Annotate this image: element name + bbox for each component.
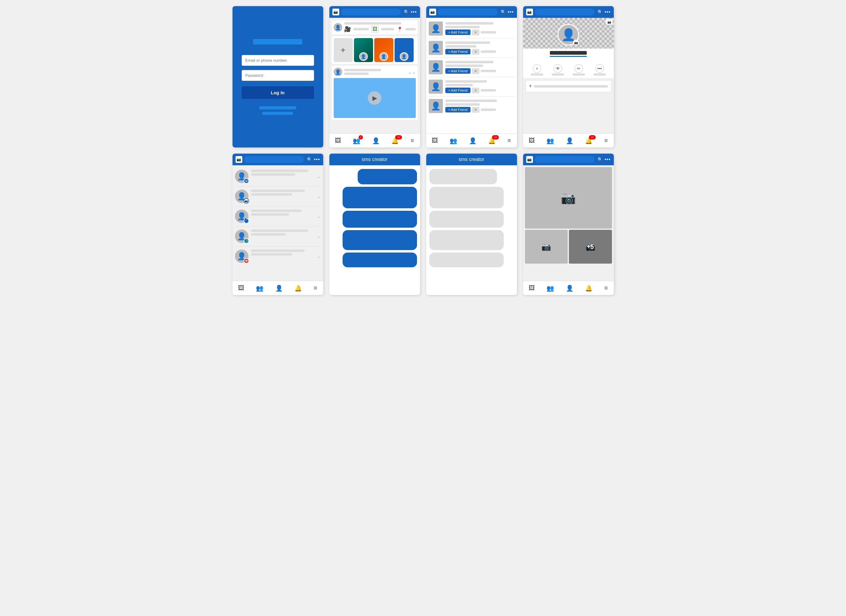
notif-text-2 bbox=[251, 189, 315, 196]
profile-add-bar[interactable]: + bbox=[525, 80, 611, 92]
notif-group-badge: 👥 bbox=[244, 238, 249, 243]
profile-nav-person-icon[interactable]: 👤 bbox=[566, 137, 574, 144]
friend-info-1: + Add Friend ✕ bbox=[445, 22, 515, 35]
friends-nav-person-icon[interactable]: 👤 bbox=[469, 137, 477, 144]
video-player[interactable]: ▶ bbox=[334, 78, 416, 118]
email-input[interactable] bbox=[242, 55, 314, 66]
nav-bell-icon[interactable]: 🔔10 bbox=[391, 137, 399, 144]
post-chevron[interactable]: ⌄ bbox=[408, 69, 416, 75]
profile-avatar-camera-icon[interactable]: 📷 bbox=[573, 39, 579, 45]
notif-search-icon[interactable]: 🔍 bbox=[307, 157, 312, 162]
friend-row-5: 👤 + Add Friend ✕ bbox=[429, 98, 515, 114]
remove-btn-2[interactable]: ✕ bbox=[472, 49, 480, 55]
friends-camera-icon[interactable]: 📷 bbox=[429, 9, 436, 15]
notif-nav-bell-icon[interactable]: 🔔 bbox=[294, 285, 302, 292]
action-bar bbox=[481, 31, 496, 34]
profile-search-icon[interactable]: 🔍 bbox=[597, 10, 603, 15]
photo-nav-people-icon[interactable]: 👥 bbox=[546, 285, 554, 292]
photo-search-box[interactable] bbox=[535, 156, 594, 163]
notif-nav-menu-icon[interactable]: ≡ bbox=[314, 285, 317, 292]
top-bar-search-box[interactable] bbox=[341, 9, 401, 15]
photo-nav-menu-icon[interactable]: ≡ bbox=[604, 285, 608, 292]
profile-nav-menu-icon[interactable]: ≡ bbox=[604, 137, 608, 144]
photo-nav-bell-icon[interactable]: 🔔 bbox=[585, 285, 593, 292]
notif-search-box[interactable] bbox=[244, 156, 304, 163]
add-friend-btn-3[interactable]: + Add Friend bbox=[445, 68, 471, 74]
password-input[interactable] bbox=[242, 70, 314, 81]
add-friend-btn-1[interactable]: + Add Friend bbox=[445, 29, 471, 35]
action-bar-4 bbox=[481, 89, 496, 92]
story-2[interactable]: 👤 bbox=[374, 38, 393, 62]
remove-btn-1[interactable]: ✕ bbox=[472, 29, 480, 35]
remove-btn-3[interactable]: ✕ bbox=[472, 68, 480, 74]
notif-sep-3 bbox=[235, 226, 321, 226]
more-icon[interactable]: ••• bbox=[411, 9, 417, 15]
friends-search-box[interactable] bbox=[438, 9, 497, 15]
friends-bell-badge: 10 bbox=[492, 135, 499, 139]
login-button[interactable]: Log In bbox=[242, 87, 314, 99]
friend-action-2: + Add Friend ✕ bbox=[445, 49, 515, 55]
sms-bubble-5 bbox=[343, 252, 417, 267]
notif-screen: 👤 ✉ ⌄ 👤 📷 bbox=[232, 165, 323, 281]
friends-search-icon[interactable]: 🔍 bbox=[501, 10, 506, 15]
notif-nav-person-icon[interactable]: 👤 bbox=[275, 285, 283, 292]
photo-camera-icon[interactable]: 📷 bbox=[526, 156, 533, 163]
notif-camera-icon[interactable]: 📷 bbox=[235, 156, 242, 163]
story-3[interactable]: 👤 bbox=[394, 38, 413, 62]
profile-action-view[interactable]: 👁 bbox=[552, 64, 564, 76]
photo-screen-frame: 📷 🔍 ••• 📷 📷 📷 +5 bbox=[523, 154, 614, 295]
profile-action-post[interactable]: + bbox=[531, 64, 543, 76]
photo-nav-person-icon[interactable]: 👤 bbox=[566, 285, 574, 292]
text-bar bbox=[381, 28, 394, 31]
post-avatar: 👤 bbox=[334, 67, 342, 76]
photo-row: 📷 📷 +5 bbox=[525, 230, 612, 264]
top-bar-camera-icon[interactable]: 📷 bbox=[333, 9, 339, 15]
play-button[interactable]: ▶ bbox=[368, 91, 381, 105]
friends-nav-menu-icon[interactable]: ≡ bbox=[508, 137, 511, 144]
friend-avatar-4: 👤 bbox=[429, 79, 443, 94]
profile-action-more[interactable]: ••• bbox=[593, 64, 606, 76]
story-1[interactable]: 👤 bbox=[354, 38, 373, 62]
profile-nav-bell-icon[interactable]: 🔔10 bbox=[585, 137, 593, 144]
photo-more-icon[interactable]: ••• bbox=[605, 157, 611, 162]
sms2-header: sms creator bbox=[426, 154, 517, 165]
action-label-bar-3 bbox=[572, 73, 585, 76]
friends-nav-bell-icon[interactable]: 🔔10 bbox=[488, 137, 496, 144]
profile-search-box[interactable] bbox=[535, 9, 594, 15]
photo-search-icon[interactable]: 🔍 bbox=[597, 157, 603, 162]
profile-more-icon[interactable]: ••• bbox=[605, 9, 611, 15]
nav-home-icon[interactable]: 🖼 bbox=[335, 137, 341, 144]
friends-more-icon[interactable]: ••• bbox=[508, 9, 514, 15]
add-friend-btn-4[interactable]: + Add Friend bbox=[445, 88, 471, 93]
friends-nav-home-icon[interactable]: 🖼 bbox=[432, 137, 438, 144]
add-friend-btn-2[interactable]: + Add Friend bbox=[445, 49, 471, 54]
notif-sep-2 bbox=[235, 206, 321, 207]
profile-screen: 📷 👤 📷 + 👁 ✏ bbox=[523, 18, 614, 133]
notif-row-3: 👤 👤+ ⌄ bbox=[235, 208, 321, 225]
photo-small-2[interactable]: 📷 +5 bbox=[569, 230, 612, 264]
remove-btn-5[interactable]: ✕ bbox=[472, 107, 480, 113]
notif-nav-home-icon[interactable]: 🖼 bbox=[238, 285, 244, 292]
nav-person-icon[interactable]: 👤 bbox=[372, 137, 380, 144]
photo-small-1[interactable]: 📷 bbox=[525, 230, 568, 264]
friends-nav-people-icon[interactable]: 👥 bbox=[450, 137, 457, 144]
nav-menu-icon[interactable]: ≡ bbox=[410, 137, 414, 144]
profile-cover-camera-icon[interactable]: 📷 bbox=[606, 19, 613, 25]
story-add[interactable]: + bbox=[334, 38, 353, 62]
profile-action-edit[interactable]: ✏ bbox=[572, 64, 585, 76]
sms-bubble-3 bbox=[343, 211, 417, 228]
notif-more-icon[interactable]: ••• bbox=[314, 157, 320, 162]
profile-add-plus-icon: + bbox=[529, 83, 532, 89]
profile-nav-people-icon[interactable]: 👥 bbox=[546, 137, 554, 144]
action-label-bar-4 bbox=[593, 73, 606, 76]
notif-nav-people-icon[interactable]: 👥 bbox=[256, 285, 263, 292]
friend-action-1: + Add Friend ✕ bbox=[445, 29, 515, 35]
nav-people-icon[interactable]: 👥2 bbox=[353, 137, 360, 144]
add-friend-btn-5[interactable]: + Add Friend bbox=[445, 107, 471, 113]
profile-nav-home-icon[interactable]: 🖼 bbox=[529, 137, 535, 144]
sms1-content bbox=[330, 165, 420, 295]
profile-camera-icon[interactable]: 📷 bbox=[526, 9, 533, 15]
remove-btn-4[interactable]: ✕ bbox=[472, 88, 480, 93]
search-icon[interactable]: 🔍 bbox=[404, 10, 409, 15]
photo-nav-home-icon[interactable]: 🖼 bbox=[529, 285, 535, 292]
